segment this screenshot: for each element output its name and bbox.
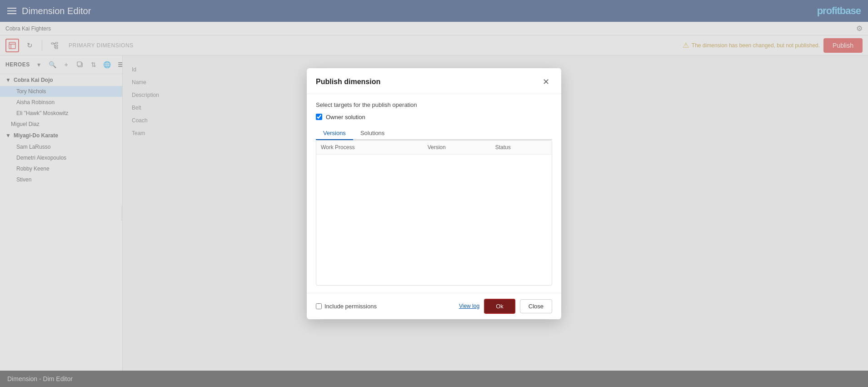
publish-dimension-modal: Publish dimension ✕ Select targets for t…	[307, 68, 561, 319]
owner-solution-row: Owner solution	[316, 114, 552, 121]
modal-footer-right: View log Ok Close	[459, 299, 552, 314]
modal-subtitle: Select targets for the publish operation	[316, 101, 552, 108]
owner-solution-checkbox[interactable]	[316, 114, 322, 120]
modal-tabs: Versions Solutions	[316, 127, 552, 140]
modal-body: Select targets for the publish operation…	[307, 94, 561, 293]
ok-button[interactable]: Ok	[484, 299, 515, 314]
include-permissions-checkbox[interactable]	[316, 303, 322, 309]
versions-table-container: Work Process Version Status	[316, 140, 552, 286]
modal-footer-left: Include permissions	[316, 303, 377, 310]
owner-solution-label: Owner solution	[326, 114, 365, 121]
modal-close-button[interactable]: ✕	[539, 75, 552, 88]
view-log-button[interactable]: View log	[459, 303, 479, 309]
include-permissions-label: Include permissions	[324, 303, 377, 310]
versions-table: Work Process Version Status	[316, 141, 552, 155]
col-version: Version	[423, 141, 491, 155]
modal-header: Publish dimension ✕	[307, 68, 561, 94]
tab-solutions[interactable]: Solutions	[353, 127, 392, 140]
modal-title: Publish dimension	[316, 78, 380, 86]
tab-versions[interactable]: Versions	[316, 127, 353, 140]
col-work-process: Work Process	[316, 141, 423, 155]
close-button[interactable]: Close	[520, 299, 552, 313]
include-permissions-row: Include permissions	[316, 303, 377, 310]
modal-footer: Include permissions View log Ok Close	[307, 293, 561, 319]
col-status: Status	[491, 141, 552, 155]
